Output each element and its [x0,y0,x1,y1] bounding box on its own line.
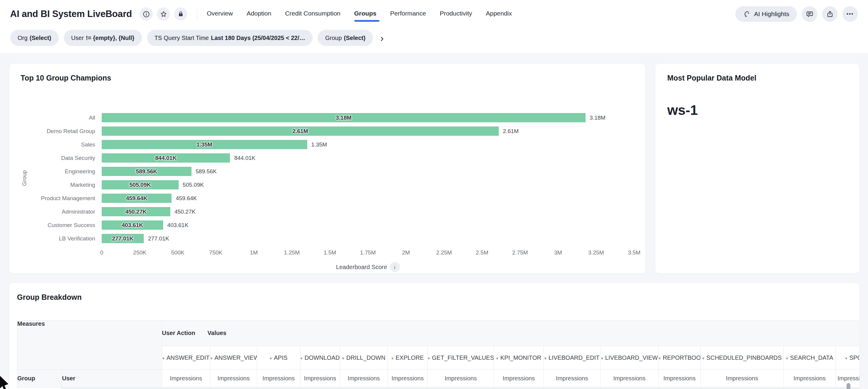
bar[interactable]: 844.01K [102,153,230,162]
column-header-kpi-monitor[interactable]: ▾KPI_MONITOR [494,346,544,369]
tab-productivity[interactable]: Productivity [440,6,472,22]
filter-chip-name: Org [18,35,27,41]
tab-appendix[interactable]: Appendix [486,6,512,22]
column-header-download[interactable]: ▾DOWNLOAD [300,346,340,369]
bar[interactable]: 277.01K [102,234,144,243]
metric-label-cell[interactable]: Impressions [300,369,340,388]
tab-overview[interactable]: Overview [207,6,233,22]
column-header-answer-edit[interactable]: ▾ANSWER_EDIT [162,346,210,369]
bar[interactable]: 459.64K [102,193,172,203]
column-header-drill-down[interactable]: ▾DRILL_DOWN [340,346,388,369]
column-header-explore[interactable]: ▾EXPLORE [388,346,428,369]
column-name: DOWNLOAD [305,354,340,361]
tab-performance[interactable]: Performance [390,6,426,22]
column-name: ANSWER_EDIT [166,354,209,361]
filter-chip-group[interactable]: Group(Select) [318,30,373,46]
bar-value-label-inside: 844.01K [102,155,230,161]
column-name: SCHEDULED_PINBOARDS [706,354,781,361]
liveboard-content: Top 10 Group Champions Group All3.18M3.1… [0,53,868,389]
metric-label-cell[interactable]: Impressions [257,369,300,388]
data-cell [62,388,162,389]
category-label: Sales [21,141,102,148]
column-header-spo[interactable]: ▾SPO [836,346,860,369]
filter-chip-value: (Select) [30,35,51,41]
bar[interactable]: 3.18M [102,113,586,122]
bar[interactable]: 589.56K [102,167,191,176]
more-menu-glyph: ••• [846,11,854,17]
metric-label-cell[interactable]: Impressions [388,369,428,388]
metric-label-cell[interactable]: Impressions [701,369,783,388]
tab-groups[interactable]: Groups [354,6,376,22]
metric-label-cell[interactable]: Impressions [600,369,659,388]
favorite-star-icon[interactable] [157,7,170,21]
metric-label-cell[interactable]: Impressions [340,369,388,388]
column-header-liveboard-view[interactable]: ▾LIVEBOARD_VIEW [600,346,659,369]
measures-header[interactable]: Measures [17,320,162,369]
metric-label-cell[interactable]: Impressions [494,369,544,388]
metric-label-cell[interactable]: Impressions [544,369,600,388]
filter-chip-org[interactable]: Org(Select) [10,30,59,46]
tab-credit-consumption[interactable]: Credit Consumption [285,6,341,22]
column-header-answer-view[interactable]: ▾ANSWER_VIEW [210,346,257,369]
column-header-get-filter-values[interactable]: ▾GET_FILTER_VALUES [428,346,494,369]
values-dimension-label[interactable]: Values [208,330,226,336]
share-button[interactable] [822,6,838,22]
column-header-reportbook[interactable]: ▾REPORTBOOK [659,346,701,369]
category-label: LB Verification [21,235,102,242]
sort-caret-icon: ▾ [659,356,661,361]
filter-overflow-chevron-icon[interactable]: › [378,33,386,43]
bar-value-label-inside: 459.64K [102,195,172,202]
pivot-table-wrap: Measures User Action Values ▾ANSWER_EDIT… [17,320,851,389]
data-cell [257,388,300,389]
x-tick-label: 1.5M [323,249,336,256]
sort-descending-icon[interactable]: ↓ [390,262,400,272]
champions-card-title: Top 10 Group Champions [21,74,634,82]
table-vertical-scrollbar[interactable] [846,383,850,389]
chart-row-engineering: Engineering589.56K589.56K [21,165,634,178]
bar[interactable]: 403.61K [102,220,163,230]
chart-x-axis-title: Leaderboard Score ↓ [102,262,634,272]
column-header-search-data[interactable]: ▾SEARCH_DATA [783,346,836,369]
column-header-apis[interactable]: ▾APIS [257,346,300,369]
info-icon[interactable] [140,7,153,21]
row-header-group[interactable]: Group [17,369,62,388]
metric-label-cell[interactable]: Impressions [162,369,210,388]
bar[interactable]: 1.35M [102,140,307,149]
bar[interactable]: 450.27K [102,207,170,216]
user-action-dimension-label[interactable]: User Action [162,330,206,336]
bar[interactable]: 505.09K [102,180,179,189]
tab-adoption[interactable]: Adoption [247,6,272,22]
data-model-card-title: Most Popular Data Model [667,74,847,82]
row-header-user[interactable]: User [62,369,162,388]
column-name: REPORTBOOK [663,354,701,361]
bar-value-label-inside: 589.56K [102,168,191,175]
x-tick-label: 2M [402,249,410,256]
column-name: KPI_MONITOR [500,354,541,361]
metric-label-cell[interactable]: Impressions [428,369,494,388]
metric-label-cell[interactable]: Impressions [659,369,701,388]
filter-chip-user[interactable]: User!= {empty}, {Null} [64,30,142,46]
bar[interactable]: 2.61M [102,126,499,136]
data-cell [783,388,836,389]
bar-value-label-outside: 1.35M [311,141,327,148]
filter-chip-ts-query-start-time[interactable]: TS Query Start TimeLast 180 Days (25/04/… [147,30,313,46]
more-menu-icon[interactable]: ••• [842,6,858,22]
ai-highlights-button[interactable]: AI Highlights [735,6,797,22]
pivot-first-data-row [17,388,860,389]
bar-track: 505.09K505.09K [102,178,634,191]
chart-x-axis-ticks: 0250K500K750K1M1.25M1.5M1.75M2M2.25M2.5M… [102,249,634,257]
lock-icon[interactable] [174,7,187,21]
column-header-liveboard-edit[interactable]: ▾LIVEBOARD_EDIT [544,346,600,369]
x-tick-label: 500K [171,249,184,256]
x-tick-label: 0 [100,249,103,256]
column-name: LIVEBOARD_EDIT [549,354,599,361]
chart-row-demo-retail-group: Demo Retail Group2.61M2.61M [21,124,634,138]
column-header-scheduled-pinboards[interactable]: ▾SCHEDULED_PINBOARDS [701,346,783,369]
x-tick-label: 2.25M [436,249,452,256]
x-tick-label: 250K [133,249,146,256]
comments-button[interactable] [802,6,817,22]
column-name: SPO [849,354,860,361]
pivot-dimension-row: Measures User Action Values [17,320,860,346]
metric-label-cell[interactable]: Impressions [783,369,836,388]
metric-label-cell[interactable]: Impressions [210,369,257,388]
